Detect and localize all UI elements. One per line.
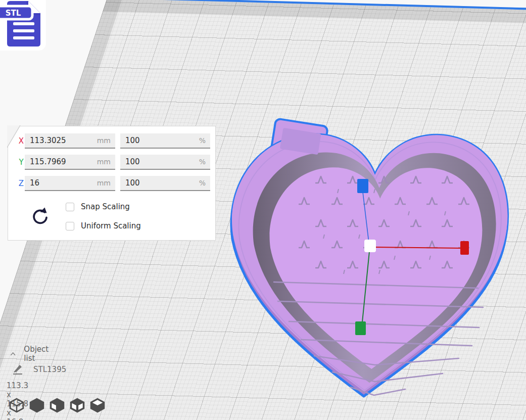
mesh-type-anti-overhang-button[interactable]	[90, 397, 105, 413]
scale-x-mm-input[interactable]	[25, 133, 115, 149]
reset-icon	[31, 207, 50, 227]
object-list-item[interactable]: STL1395	[11, 363, 66, 376]
scale-y-mm-input[interactable]	[25, 155, 115, 170]
chevron-up-icon	[10, 351, 16, 357]
object-list-title: Object list	[24, 345, 51, 363]
cube-face-sides-icon	[70, 397, 85, 413]
stl-file-icon[interactable]: STL	[0, 0, 46, 51]
cube-face-left-icon	[50, 397, 65, 413]
model-heart-mold[interactable]	[217, 115, 520, 401]
snap-scaling-label: Snap Scaling	[81, 202, 130, 211]
reset-scale-button[interactable]	[30, 206, 51, 228]
panel-pointer-notch	[7, 125, 22, 148]
scale-z-percent-input[interactable]	[120, 176, 210, 191]
uniform-scaling-label: Uniform Scaling	[81, 221, 141, 230]
mesh-type-intersection-button[interactable]	[50, 397, 65, 413]
stl-badge-label: STL	[6, 9, 21, 18]
mesh-type-normal-button[interactable]	[9, 397, 24, 413]
stl-document-icon: STL	[0, 0, 46, 51]
mesh-type-toolbar	[9, 397, 105, 413]
mesh-type-dont-support-button[interactable]	[70, 397, 85, 413]
cube-wireframe-icon	[9, 397, 24, 413]
uniform-scaling-checkbox[interactable]	[66, 222, 74, 230]
mesh-type-support-button[interactable]	[29, 397, 44, 413]
gizmo-y-handle[interactable]	[355, 321, 366, 335]
gizmo-x-handle[interactable]	[460, 241, 469, 255]
scale-x-percent-input[interactable]	[120, 133, 210, 149]
scale-tool-panel: X mm % Y mm % Z mm % Snap Scaling	[8, 126, 216, 241]
cube-face-top-icon	[90, 397, 105, 413]
object-item-name: STL1395	[33, 365, 66, 374]
scale-y-percent-input[interactable]	[120, 155, 210, 170]
scale-z-mm-input[interactable]	[25, 176, 115, 191]
object-list-header[interactable]: Object list	[10, 345, 51, 363]
edit-pencil-icon	[11, 363, 24, 376]
cube-solid-icon	[29, 397, 44, 413]
gizmo-center-handle[interactable]	[364, 240, 376, 252]
snap-scaling-checkbox[interactable]	[66, 203, 74, 211]
gizmo-z-handle[interactable]	[357, 179, 368, 193]
